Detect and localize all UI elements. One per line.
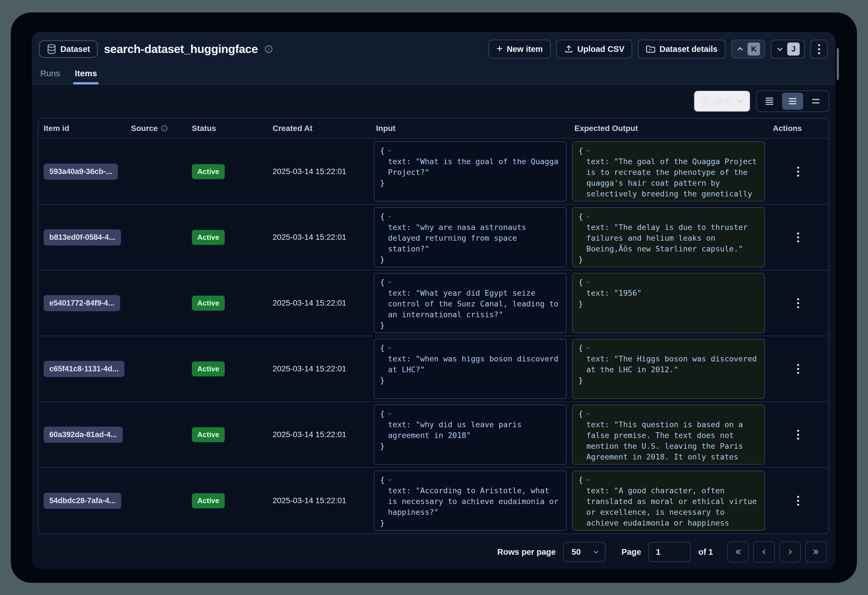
table-row[interactable]: 54dbdc28-7afa-4... Active 2025-03-14 15:… [38,468,829,533]
actions-cell [768,364,829,374]
collapse-icon[interactable] [585,279,591,285]
density-medium-button[interactable] [782,93,803,110]
input-json-text: text: "According to Aristotle, what is n… [380,485,560,518]
page-number-input[interactable] [648,542,691,562]
input-json-box[interactable]: { text: "when was higgs boson discoverd … [374,339,567,399]
status-cell: Active [187,230,267,245]
item-id-badge[interactable]: c65f41c8-1131-4d... [44,361,124,377]
tab-items[interactable]: Items [75,69,97,84]
created-at-cell: 2025-03-14 15:22:01 [267,496,371,505]
output-json-box[interactable]: { text: "A good character, often transla… [572,471,765,531]
output-json-box[interactable]: { text: "1956" } [572,273,765,333]
status-cell: Active [187,296,267,311]
created-at-cell: 2025-03-14 15:22:01 [267,364,371,374]
item-id-badge[interactable]: e5401772-84f9-4... [44,295,120,311]
row-actions-menu-button[interactable] [797,364,799,374]
collapse-icon[interactable] [585,213,591,219]
output-json-box[interactable]: { text: "The delay is due to thruster fa… [572,207,765,267]
collapse-icon[interactable] [387,345,393,351]
expected-output-cell: { text: "1956" } [569,270,768,336]
info-icon[interactable] [161,125,168,132]
collapse-icon[interactable] [387,477,393,483]
item-id-badge[interactable]: 60a392da-81ad-4... [44,427,123,443]
pagination-bar: Rows per page 50 Page of 1 [38,534,829,567]
previous-page-button[interactable] [753,542,775,563]
table-row[interactable]: 593a40a9-36cb-... Active 2025-03-14 15:2… [38,139,829,205]
columns-icon [701,97,710,105]
actions-cell [768,430,829,440]
item-id-cell: b813ed0f-0584-4... [38,229,126,245]
column-header-expected-output: Expected Output [569,124,768,133]
column-header-source: Source [126,124,187,133]
prev-item-shortcut-button[interactable]: K [731,40,765,58]
input-cell: { text: "why did us leave paris agreemen… [371,402,569,467]
chevron-down-icon [776,45,784,53]
status-cell: Active [187,493,267,508]
row-actions-menu-button[interactable] [797,298,799,308]
input-cell: { text: "What is the goal of the Quagga … [371,139,569,204]
collapse-icon[interactable] [585,148,591,154]
kebab-icon [797,430,799,440]
created-at-cell: 2025-03-14 15:22:01 [267,233,371,242]
dataset-type-badge: Dataset [39,40,98,58]
created-at: 2025-03-14 15:22:01 [273,167,346,176]
item-id-badge[interactable]: b813ed0f-0584-4... [44,229,121,245]
collapse-icon[interactable] [387,148,393,154]
input-json-box[interactable]: { text: "What is the goal of the Quagga … [374,142,567,202]
rows-per-page-select[interactable]: 50 [563,542,605,562]
collapse-icon[interactable] [387,411,393,416]
item-id-cell: 54dbdc28-7afa-4... [38,493,126,509]
density-compact-button[interactable] [759,93,780,110]
collapse-icon[interactable] [585,411,591,416]
page-label: Page [621,547,641,557]
input-json-text: text: "What is the goal of the Quagga Pr… [380,156,560,178]
first-page-button[interactable] [727,542,749,563]
input-json-box[interactable]: { text: "What year did Egypt seize contr… [374,273,567,333]
collapse-icon[interactable] [585,477,591,483]
table-row[interactable]: b813ed0f-0584-4... Active 2025-03-14 15:… [38,205,829,270]
item-id-badge[interactable]: 54dbdc28-7afa-4... [44,493,121,509]
input-cell: { text: "why are nasa astronauts delayed… [371,205,569,270]
row-actions-menu-button[interactable] [797,167,799,177]
output-json-text: text: "This question is based on a false… [579,419,759,465]
upload-csv-button[interactable]: Upload CSV [556,40,632,58]
info-icon[interactable] [264,44,273,53]
kebab-icon [797,298,799,308]
header-overflow-menu-button[interactable] [810,40,828,58]
columns-count-label: (3/4) [714,97,731,106]
density-relaxed-button[interactable] [805,93,826,110]
scrollbar-thumb[interactable] [837,48,839,80]
next-item-shortcut-button[interactable]: J [771,40,805,58]
input-json-box[interactable]: { text: "why are nasa astronauts delayed… [374,207,567,267]
row-actions-menu-button[interactable] [797,430,799,440]
chevron-down-icon [593,549,599,555]
new-item-button[interactable]: + New item [489,40,551,58]
table-row[interactable]: c65f41c8-1131-4d... Active 2025-03-14 15… [38,336,829,402]
columns-selector-button[interactable]: (3/4) [694,90,750,112]
content-area: (3/4) [32,84,836,569]
output-json-box[interactable]: { text: "The goal of the Quagga Project … [572,142,765,202]
column-header-created-at: Created At [267,124,371,133]
input-json-text: text: "What year did Egypt seize control… [380,288,560,320]
table-toolbar: (3/4) [38,84,829,118]
keycap-k: K [748,43,760,56]
status-cell: Active [187,362,267,376]
item-id-badge[interactable]: 593a40a9-36cb-... [44,164,118,180]
collapse-icon[interactable] [585,345,591,351]
collapse-icon[interactable] [387,213,393,219]
row-actions-menu-button[interactable] [797,232,799,242]
tab-runs[interactable]: Runs [40,69,60,84]
dataset-details-button[interactable]: Dataset details [638,40,725,58]
input-json-box[interactable]: { text: "According to Aristotle, what is… [374,471,567,531]
output-json-box[interactable]: { text: "The Higgs boson was discovered … [572,339,765,399]
table-row[interactable]: 60a392da-81ad-4... Active 2025-03-14 15:… [38,402,829,468]
output-json-box[interactable]: { text: "This question is based on a fal… [572,405,765,465]
dataset-badge-label: Dataset [61,44,90,54]
table-row[interactable]: e5401772-84f9-4... Active 2025-03-14 15:… [38,270,829,336]
row-actions-menu-button[interactable] [797,496,799,506]
last-page-button[interactable] [805,542,827,563]
next-page-button[interactable] [779,542,801,563]
input-json-box[interactable]: { text: "why did us leave paris agreemen… [374,405,567,465]
status-badge: Active [192,230,225,245]
collapse-icon[interactable] [387,279,393,285]
